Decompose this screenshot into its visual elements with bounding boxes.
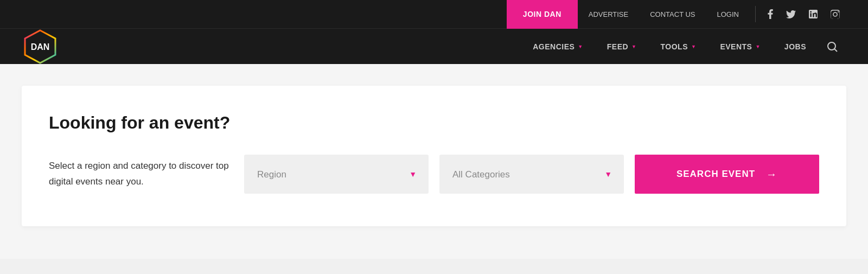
tools-chevron: ▼ <box>691 44 696 49</box>
region-select[interactable]: Region <box>244 155 429 194</box>
search-event-button[interactable]: SEARCH EVENT → <box>635 155 819 194</box>
card-title: Looking for an event? <box>49 113 819 133</box>
main-nav: DAN AGENCIES ▼ FEED ▼ TOOLS ▼ EVENTS ▼ <box>0 29 868 64</box>
facebook-icon[interactable] <box>761 0 780 29</box>
top-bar: JOIN DAN ADVERTISE CONTACT US LOGIN <box>0 0 868 29</box>
card-body: Select a region and category to discover… <box>49 155 819 194</box>
advertise-link[interactable]: ADVERTISE <box>578 0 639 29</box>
search-button-arrow: → <box>766 168 777 181</box>
contact-us-link[interactable]: CONTACT US <box>639 0 706 29</box>
twitter-icon[interactable] <box>780 0 802 29</box>
svg-line-3 <box>834 49 837 52</box>
search-button[interactable] <box>818 29 846 64</box>
instagram-icon[interactable] <box>824 0 846 29</box>
main-nav-links: AGENCIES ▼ FEED ▼ TOOLS ▼ EVENTS ▼ JOBS <box>521 29 846 64</box>
site-header: JOIN DAN ADVERTISE CONTACT US LOGIN <box>0 0 868 64</box>
logo-hex: DAN <box>22 28 59 65</box>
event-search-card: Looking for an event? Select a region an… <box>22 86 846 226</box>
feed-chevron: ▼ <box>631 44 636 49</box>
categories-select-wrap: All Categories ▼ <box>439 155 624 194</box>
login-link[interactable]: LOGIN <box>706 0 750 29</box>
nav-events[interactable]: EVENTS ▼ <box>708 29 772 64</box>
linkedin-icon[interactable] <box>802 0 824 29</box>
join-dan-button[interactable]: JOIN DAN <box>507 0 578 29</box>
svg-point-2 <box>828 42 835 50</box>
agencies-chevron: ▼ <box>578 44 583 49</box>
nav-jobs[interactable]: JOBS <box>773 29 818 64</box>
card-description: Select a region and category to discover… <box>49 158 233 190</box>
categories-select[interactable]: All Categories <box>439 155 624 194</box>
main-content: Looking for an event? Select a region an… <box>0 64 868 259</box>
region-select-wrap: Region ▼ <box>244 155 429 194</box>
search-button-label: SEARCH EVENT <box>676 169 755 180</box>
events-chevron: ▼ <box>755 44 760 49</box>
logo[interactable]: DAN <box>22 28 59 65</box>
top-nav: JOIN DAN ADVERTISE CONTACT US LOGIN <box>507 0 846 29</box>
social-divider <box>755 6 756 22</box>
nav-feed[interactable]: FEED ▼ <box>595 29 649 64</box>
nav-agencies[interactable]: AGENCIES ▼ <box>521 29 595 64</box>
nav-tools[interactable]: TOOLS ▼ <box>649 29 709 64</box>
svg-text:DAN: DAN <box>31 42 50 52</box>
